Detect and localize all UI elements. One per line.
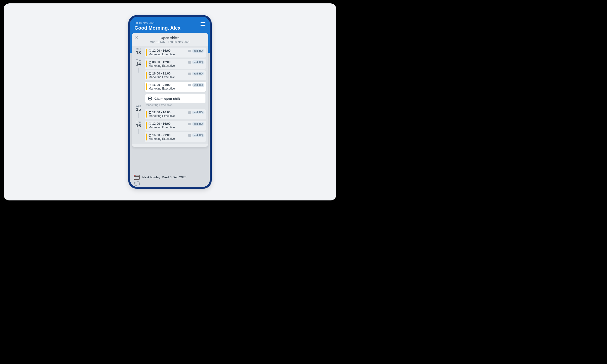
location-badge: York HQ [188,83,204,87]
shift-role: Marketing Executive [149,126,204,129]
comment-icon [188,73,191,75]
location-pill: York HQ [192,72,204,76]
phone-frame: Fri 10 Nov 2023 Good Morning, Alex ✕ Ope… [128,15,212,189]
panel-subtitle: Mon 13 Nov - Thu 30 Nov 2023 [134,40,205,44]
card-peek-icon [134,181,140,187]
day-row: Wed 15 Marketing Executive 12:00 - 16:00… [134,104,206,119]
comment-icon [188,50,191,52]
shift-role: Marketing Executive [149,137,204,141]
shift-time: 12:00 - 16:00 [152,122,171,125]
svg-rect-5 [134,181,140,186]
location-pill: York HQ [192,122,204,126]
shift-list[interactable]: Mon 13 12:00 - 16:00 Marketing Executive [132,46,208,144]
open-shift-icon [149,50,151,52]
shift-accent [146,83,147,90]
close-icon[interactable]: ✕ [135,35,139,40]
menu-icon[interactable] [200,22,205,26]
shift-card[interactable]: 12:00 - 16:00 Marketing Executive York H… [145,109,206,119]
header-date: Fri 10 Nov 2023 [134,21,205,25]
shift-role: Marketing Executive [149,87,204,90]
shift-accent [146,72,147,79]
next-holiday-row[interactable]: Next holiday: Wed 6 Dec 2023 [133,174,206,180]
shift-card[interactable]: 16:00 - 21:00 Marketing Executive York H… [145,132,206,142]
calendar-icon [133,174,140,180]
shift-time: 16:00 - 21:00 [152,83,171,87]
location-pill: York HQ [192,111,204,114]
location-badge: York HQ [188,49,204,53]
open-shift-icon [149,111,151,114]
comment-icon [188,123,191,125]
location-badge: York HQ [188,133,204,137]
shift-accent [146,122,147,129]
screen: Fri 10 Nov 2023 Good Morning, Alex ✕ Ope… [130,17,210,187]
shift-time: 08:30 - 12:00 [152,60,171,64]
shift-role-peek: Marketing Executive [146,103,206,107]
day-label: Mon 13 [134,48,143,57]
shift-role: Marketing Executive [149,53,204,56]
comment-icon [188,111,191,114]
open-shift-icon [149,123,151,125]
claim-open-shift-button[interactable]: Claim open shift [145,94,206,103]
shift-card[interactable]: 16:00 - 21:00 Marketing Executive York H… [145,70,206,80]
comment-icon [188,84,191,86]
shift-time: 16:00 - 21:00 [152,133,171,137]
day-row: Tue 14 08:30 - 12:00 Marketing Executive [134,59,206,104]
location-pill: York HQ [192,60,204,64]
shift-accent [146,49,147,56]
location-badge: York HQ [188,72,204,76]
shift-role: Marketing Executive [149,114,204,118]
day-label: Tue 14 [134,59,143,104]
open-shifts-panel: ✕ Open shifts Mon 13 Nov - Thu 30 Nov 20… [132,33,208,147]
next-holiday-text: Next holiday: Wed 6 Dec 2023 [142,175,186,179]
location-badge: York HQ [188,122,204,126]
shift-role: Marketing Executive [149,76,204,79]
shift-accent [146,133,147,141]
svg-point-4 [134,175,135,176]
shift-card[interactable]: 12:00 - 16:00 Marketing Executive York H… [145,48,206,57]
open-shift-icon [149,61,151,64]
shift-card[interactable]: 12:00 - 16:00 Marketing Executive York H… [145,121,206,130]
claim-icon [148,97,152,101]
day-row: Thu 16 12:00 - 16:00 Marketing Executive [134,121,206,142]
location-pill: York HQ [192,49,204,53]
comment-icon [188,134,191,137]
header-greeting: Good Morning, Alex [134,25,205,31]
comment-icon [188,61,191,64]
shift-role: Marketing Executive [149,64,204,67]
panel-header: ✕ Open shifts Mon 13 Nov - Thu 30 Nov 20… [132,33,208,46]
open-shift-icon [149,84,151,86]
location-badge: York HQ [188,111,204,114]
claim-label: Claim open shift [154,97,180,101]
shift-time: 12:00 - 16:00 [152,49,171,52]
location-pill: York HQ [192,133,204,137]
day-label: Thu 16 [134,121,143,142]
shift-time: 12:00 - 16:00 [152,111,171,114]
panel-title: Open shifts [134,36,205,40]
open-shift-icon [149,72,151,75]
shift-time: 16:00 - 21:00 [152,72,171,75]
day-row: Mon 13 12:00 - 16:00 Marketing Executive [134,48,206,57]
shift-card-selected[interactable]: 16:00 - 21:00 Marketing Executive York H… [145,82,206,92]
shift-accent [146,111,147,118]
location-pill: York HQ [192,83,204,87]
location-badge: York HQ [188,60,204,64]
open-shift-icon [149,134,151,137]
app-canvas: Fri 10 Nov 2023 Good Morning, Alex ✕ Ope… [4,3,336,200]
shift-accent [146,60,147,67]
day-label: Wed 15 [134,104,143,119]
shift-card[interactable]: 08:30 - 12:00 Marketing Executive York H… [145,59,206,69]
